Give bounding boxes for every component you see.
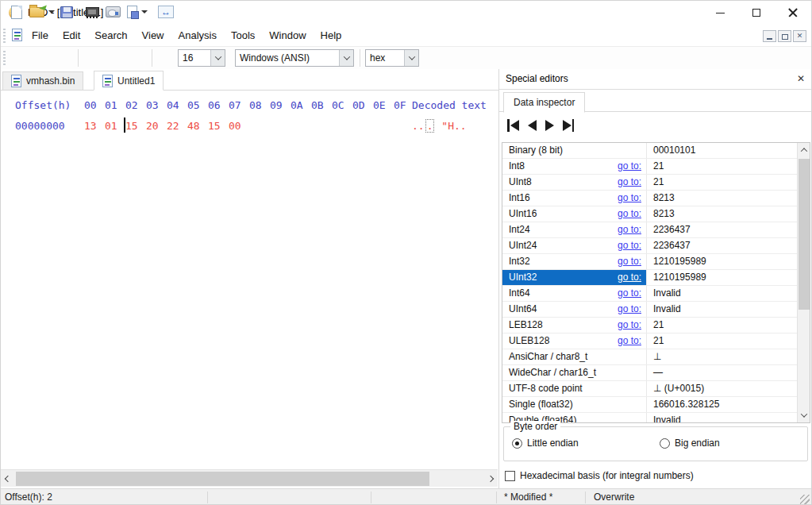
open-disk-button[interactable] [103, 4, 122, 20]
next-byte-button[interactable] [545, 120, 554, 131]
inspector-row-binary-8-bit-[interactable]: Binary (8 bit)00010101 [502, 143, 810, 159]
hex-byte[interactable]: 15 [208, 119, 229, 133]
tab-vmhash-bin[interactable]: vmhash.bin [2, 71, 83, 91]
minimize-button[interactable] [702, 1, 738, 25]
menu-view[interactable]: View [135, 25, 171, 47]
hex-byte[interactable]: 13 [84, 119, 105, 133]
inspector-row-uint8[interactable]: UInt8go to:21 [502, 175, 810, 191]
row-decoded-text[interactable]: ... "H.. [412, 119, 467, 133]
bytes-per-row-select[interactable]: 16 [178, 49, 225, 67]
goto-link[interactable]: go to: [618, 175, 641, 190]
inspector-row-uleb128[interactable]: ULEB128go to:21 [502, 333, 810, 349]
hex-horizontal-scrollbar[interactable] [1, 469, 498, 487]
hex-byte[interactable]: 01 [105, 119, 125, 133]
toolbar-gripper[interactable] [3, 51, 6, 65]
menu-analysis[interactable]: Analysis [171, 25, 224, 47]
hex-editor[interactable]: Offset(h) 000102030405060708090A0B0C0D0E… [1, 91, 498, 469]
menu-window[interactable]: Window [262, 25, 313, 47]
combo-arrow[interactable] [210, 50, 225, 66]
goto-link[interactable]: go to: [618, 333, 641, 349]
open-file-button[interactable] [27, 4, 46, 20]
tab-data-inspector[interactable]: Data inspector [503, 92, 585, 113]
inspector-row-uint32[interactable]: UInt32go to:1210195989 [502, 270, 810, 286]
toolbar-separator [152, 49, 152, 67]
hscroll-thumb[interactable] [16, 472, 429, 486]
inspector-vertical-scrollbar[interactable] [797, 143, 810, 422]
hexadecimal-basis-checkbox[interactable]: Hexadecimal basis (for integral numbers) [505, 470, 694, 481]
goto-link[interactable]: go to: [618, 318, 641, 333]
goto-link[interactable]: go to: [618, 238, 641, 253]
scroll-left-button[interactable] [1, 470, 14, 488]
hex-byte[interactable]: 20 [146, 119, 167, 133]
combo-arrow[interactable] [339, 50, 353, 66]
goto-link[interactable]: go to: [618, 254, 641, 269]
inspector-row-int16[interactable]: Int16go to:8213 [502, 191, 810, 206]
goto-link[interactable]: go to: [618, 191, 641, 206]
maximize-button[interactable] [738, 1, 775, 25]
mdi-minimize-button[interactable] [763, 30, 776, 42]
inspector-row-int24[interactable]: Int24go to:2236437 [502, 222, 810, 238]
resize-grip[interactable] [800, 495, 810, 504]
inspector-value: 00010101 [646, 143, 797, 158]
encoding-select[interactable]: Windows (ANSI) [235, 49, 354, 67]
goto-link[interactable]: go to: [618, 159, 641, 174]
inspector-row-single-float32-[interactable]: Single (float32)166016.328125 [502, 397, 810, 413]
radio-little-endian[interactable]: Little endian [512, 438, 579, 449]
open-dropdown-button[interactable] [48, 4, 56, 20]
offset-base-select[interactable]: hex [365, 49, 419, 67]
inspector-row-int8[interactable]: Int8go to:21 [502, 159, 810, 175]
mdi-restore-button[interactable] [778, 30, 791, 42]
status-mode: Overwrite [594, 489, 634, 505]
open-ram-button[interactable] [83, 4, 101, 20]
goto-link[interactable]: go to: [618, 302, 641, 317]
combo-arrow[interactable] [404, 50, 418, 66]
disk-image-button[interactable] [124, 4, 140, 20]
inspector-rows: Binary (8 bit)00010101Int8go to:21UInt8g… [502, 143, 810, 423]
hex-byte[interactable]: 48 [187, 119, 208, 133]
menu-search[interactable]: Search [87, 25, 134, 47]
menu-tools[interactable]: Tools [224, 25, 262, 47]
hex-byte[interactable]: 22 [167, 119, 187, 133]
menu-help[interactable]: Help [314, 25, 349, 47]
close-button[interactable] [775, 1, 811, 25]
byte-column-headers: 000102030405060708090A0B0C0D0E0F [84, 98, 414, 113]
hexadecimal-basis-label: Hexadecimal basis (for integral numbers) [520, 470, 694, 481]
goto-link[interactable]: go to: [618, 286, 641, 301]
goto-link[interactable]: go to: [618, 206, 641, 222]
special-editors-close-button[interactable]: ✕ [795, 73, 806, 84]
radio-big-endian[interactable]: Big endian [660, 438, 720, 449]
bytes-per-row-button[interactable]: ↔ [156, 4, 175, 20]
hex-byte[interactable]: 15 [125, 119, 146, 133]
inspector-row-uint24[interactable]: UInt24go to:2236437 [502, 238, 810, 254]
menu-edit[interactable]: Edit [56, 25, 87, 47]
menu-file[interactable]: File [25, 25, 56, 47]
vscroll-thumb[interactable] [799, 159, 810, 310]
scroll-up-button[interactable] [798, 144, 810, 156]
disk-image-dropdown-button[interactable] [140, 4, 148, 20]
inspector-row-leb128[interactable]: LEB128go to:21 [502, 318, 810, 333]
save-button[interactable] [59, 4, 75, 20]
last-icon [563, 120, 571, 131]
hex-byte[interactable]: 00 [229, 119, 249, 133]
inspector-row-utf-8-code-point[interactable]: UTF-8 code point⊥ (U+0015) [502, 381, 810, 397]
inspector-row-uint64[interactable]: UInt64go to:Invalid [502, 302, 810, 318]
inspector-row-widechar-char16-t[interactable]: WideChar / char16_t— [502, 365, 810, 381]
inspector-row-uint16[interactable]: UInt16go to:8213 [502, 206, 810, 222]
last-byte-button[interactable] [563, 119, 575, 132]
mdi-controls: ✕ [763, 30, 806, 42]
tab-untitled1[interactable]: Untitled1 [94, 71, 164, 91]
scroll-down-button[interactable] [798, 409, 810, 422]
mdi-close-button[interactable]: ✕ [793, 30, 806, 42]
goto-link[interactable]: go to: [618, 270, 641, 285]
new-file-button[interactable] [9, 4, 25, 20]
first-byte-button[interactable] [507, 119, 519, 132]
goto-link[interactable]: go to: [618, 222, 641, 237]
statusbar: Offset(h): 2 * Modified * Overwrite [1, 488, 811, 505]
menubar-gripper[interactable] [3, 29, 6, 43]
inspector-row-int32[interactable]: Int32go to:1210195989 [502, 254, 810, 270]
previous-byte-button[interactable] [528, 120, 537, 131]
inspector-row-int64[interactable]: Int64go to:Invalid [502, 286, 810, 302]
document-icon [12, 29, 22, 41]
inspector-row-ansichar-char8-t[interactable]: AnsiChar / char8_t⊥ [502, 349, 810, 365]
scroll-right-button[interactable] [483, 470, 497, 488]
